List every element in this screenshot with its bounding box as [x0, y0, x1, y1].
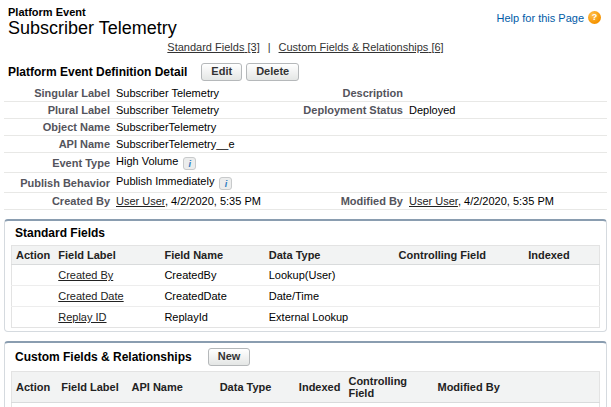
modified-by-user-link[interactable]: User User: [409, 195, 458, 207]
field-label-created-by: Created By: [4, 193, 116, 210]
field-label-event-type: Event Type: [4, 153, 116, 173]
field-value-modified-by: User User, 4/2/2020, 5:35 PM: [409, 193, 607, 210]
help-for-this-page-link[interactable]: Help for this Page: [497, 12, 584, 24]
table-header-row: Action Field Label API Name Data Type In…: [12, 372, 600, 403]
field-label-singular-label: Singular Label: [4, 85, 116, 102]
modified-by-cell: User User, 4/2/2020, 5:35 PM: [433, 403, 599, 407]
custom-fields-table: Action Field Label API Name Data Type In…: [11, 371, 600, 407]
col-field-label: Field Label: [57, 372, 127, 403]
detail-row: API Name SubscriberTelemetry__e: [4, 136, 607, 153]
field-value-description: [409, 85, 607, 102]
col-controlling-field: Controlling Field: [344, 372, 433, 403]
custom-fields-header: Custom Fields & Relationships New: [11, 343, 600, 371]
col-controlling-field: Controlling Field: [395, 246, 525, 265]
col-indexed: Indexed: [524, 246, 599, 265]
page-header: Platform Event Subscriber Telemetry Help…: [0, 0, 611, 38]
col-action: Action: [12, 372, 58, 403]
new-button[interactable]: New: [208, 348, 251, 366]
field-value-api-name: SubscriberTelemetry__e: [116, 136, 301, 153]
created-by-user-link[interactable]: User User: [116, 195, 165, 207]
field-value-publish-behavior: Publish Immediatelyi: [116, 173, 301, 193]
nav-link-custom-fields[interactable]: Custom Fields & Relationships [6]: [279, 41, 444, 53]
standard-field-link[interactable]: Created Date: [58, 290, 123, 302]
help-area: Help for this Page ?: [497, 11, 601, 24]
detail-row: Plural Label Subscriber Telemetry Deploy…: [4, 102, 607, 119]
col-indexed: Indexed: [295, 372, 345, 403]
custom-fields-title: Custom Fields & Relationships: [15, 350, 192, 364]
detail-row: Singular Label Subscriber Telemetry Desc…: [4, 85, 607, 102]
nav-link-standard-fields[interactable]: Standard Fields [3]: [167, 41, 259, 53]
col-field-label: Field Label: [54, 246, 160, 265]
standard-field-link[interactable]: Created By: [58, 269, 113, 281]
detail-row: Object Name SubscriberTelemetry: [4, 119, 607, 136]
platform-event-detail-section: Platform Event Definition Detail Edit De…: [4, 61, 607, 210]
field-label-api-name: API Name: [4, 136, 116, 153]
table-row: Created By CreatedBy Lookup(User): [12, 265, 600, 286]
help-question-icon[interactable]: ?: [588, 11, 601, 24]
detail-section-title: Platform Event Definition Detail: [8, 65, 187, 79]
delete-button[interactable]: Delete: [246, 63, 299, 81]
table-header-row: Action Field Label Field Name Data Type …: [12, 246, 600, 265]
info-icon[interactable]: i: [183, 157, 196, 170]
info-icon[interactable]: i: [219, 177, 232, 190]
standard-field-link[interactable]: Replay ID: [58, 311, 106, 323]
field-label-publish-behavior: Publish Behavior: [4, 173, 116, 193]
nav-separator: |: [268, 41, 271, 53]
col-action: Action: [12, 246, 55, 265]
col-data-type: Data Type: [216, 372, 295, 403]
field-value-event-type: High Volumei: [116, 153, 301, 173]
custom-fields-section: Custom Fields & Relationships New Action…: [4, 341, 607, 407]
col-modified-by: Modified By: [433, 372, 599, 403]
field-value-plural-label: Subscriber Telemetry: [116, 102, 301, 119]
table-row: Edit | Del Apex Trigger ApexTrigger__c T…: [12, 403, 600, 407]
field-value-created-by: User User, 4/2/2020, 5:35 PM: [116, 193, 301, 210]
detail-row: Created By User User, 4/2/2020, 5:35 PM …: [4, 193, 607, 210]
field-value-object-name: SubscriberTelemetry: [116, 119, 301, 136]
col-field-name: Field Name: [160, 246, 264, 265]
field-label-plural-label: Plural Label: [4, 102, 116, 119]
detail-row: Publish Behavior Publish Immediatelyi: [4, 173, 607, 193]
detail-buttons: Edit Delete: [201, 63, 299, 81]
field-label-deployment-status: Deployment Status: [301, 102, 409, 119]
section-nav: Standard Fields [3]|Custom Fields & Rela…: [0, 41, 611, 53]
action-cell: Edit | Del: [12, 403, 58, 407]
standard-fields-section: Standard Fields Action Field Label Field…: [4, 219, 607, 332]
col-api-name: API Name: [128, 372, 216, 403]
table-row: Created Date CreatedDate Date/Time: [12, 286, 600, 307]
standard-fields-header: Standard Fields: [11, 221, 600, 245]
field-value-singular-label: Subscriber Telemetry: [116, 85, 301, 102]
edit-button[interactable]: Edit: [201, 63, 242, 81]
detail-row: Event Type High Volumei: [4, 153, 607, 173]
field-value-deployment-status: Deployed: [409, 102, 607, 119]
table-row: Replay ID ReplayId External Lookup: [12, 307, 600, 328]
standard-fields-table: Action Field Label Field Name Data Type …: [11, 245, 600, 328]
col-data-type: Data Type: [265, 246, 395, 265]
field-label-description: Description: [301, 85, 409, 102]
detail-section-header: Platform Event Definition Detail Edit De…: [4, 61, 607, 85]
standard-fields-title: Standard Fields: [15, 226, 105, 240]
field-label-modified-by: Modified By: [301, 193, 409, 210]
field-label-object-name: Object Name: [4, 119, 116, 136]
detail-field-table: Singular Label Subscriber Telemetry Desc…: [4, 85, 607, 210]
